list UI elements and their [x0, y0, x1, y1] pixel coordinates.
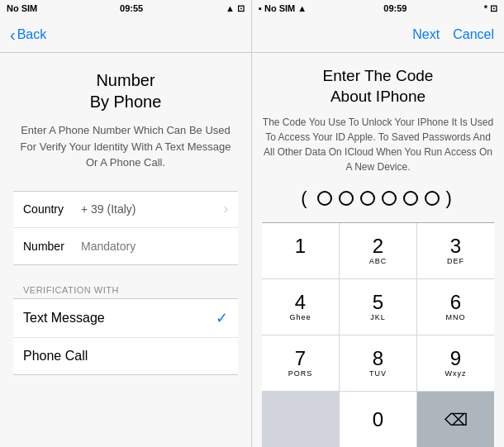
- left-title: Number⁠ By Phone⁠: [13, 69, 238, 112]
- numpad: 1 2 ABC 3 DEF 4 Ghee 5 JKL 6 MNO: [262, 222, 494, 447]
- left-time: 09:55: [120, 3, 143, 13]
- right-battery: * ⊡: [484, 3, 497, 14]
- right-status-bar: ▪ No SIM ▲ 09:59⁠ * ⊡: [252, 0, 504, 17]
- numpad-key-2[interactable]: 2 ABC: [340, 223, 416, 278]
- code-dot-1: [317, 191, 332, 206]
- numpad-key-1[interactable]: 1: [262, 223, 339, 278]
- left-status-bar: No SIM 09:55 ▲ ⊡: [0, 0, 251, 17]
- back-chevron-icon: ‹: [10, 26, 16, 43]
- phone-call-label: Phone Call: [23, 349, 228, 364]
- numpad-key-8[interactable]: 8 TUV: [340, 335, 416, 391]
- country-row[interactable]: Country⁠ + 39 (Italy⁠) ›: [13, 192, 238, 228]
- text-message-option[interactable]: Text Message ✓: [13, 299, 238, 338]
- code-paren-close: ): [446, 188, 455, 209]
- code-dots: ( ): [262, 188, 494, 209]
- numpad-key-9[interactable]: 9 Wxyz: [417, 335, 494, 391]
- form-section: Country⁠ + 39 (Italy⁠) › Number⁠: [13, 191, 238, 265]
- left-panel: No SIM 09:55 ▲ ⊡ ‹ Back Number⁠ By Phone…: [0, 0, 252, 447]
- code-dot-5: [403, 191, 418, 206]
- number-label: Number⁠: [23, 240, 81, 253]
- left-carrier: No SIM: [7, 3, 37, 13]
- left-nav-bar: ‹ Back: [0, 17, 251, 53]
- numpad-key-0[interactable]: 0: [340, 392, 416, 447]
- delete-icon: ⌫: [445, 410, 468, 430]
- number-input[interactable]: [81, 240, 228, 253]
- code-paren-open: (: [301, 188, 310, 209]
- back-button[interactable]: ‹ Back: [10, 26, 46, 43]
- right-carrier: ▪ No SIM ▲: [259, 3, 307, 13]
- numpad-key-6[interactable]: 6 MNO: [417, 279, 494, 335]
- right-panel: ▪ No SIM ▲ 09:59⁠ * ⊡ Next Cancel Enter …: [252, 0, 504, 447]
- right-title: Enter The Code⁠ About IPhone⁠: [262, 66, 494, 107]
- next-button[interactable]: Next: [412, 27, 440, 42]
- country-value: + 39 (Italy⁠): [81, 202, 224, 216]
- code-dot-3: [360, 191, 375, 206]
- verification-section: Text Message ✓ Phone Call: [13, 298, 238, 375]
- numpad-key-empty: [262, 392, 339, 447]
- number-row[interactable]: Number⁠: [13, 228, 238, 264]
- back-label: Back: [17, 27, 47, 42]
- verification-header: VERIFICATION WITH⁠: [13, 278, 238, 298]
- code-dot-4: [382, 191, 397, 206]
- cancel-button[interactable]: Cancel: [453, 27, 494, 42]
- numpad-key-7[interactable]: 7 PORS: [262, 335, 339, 391]
- right-time: 09:59⁠: [383, 3, 407, 13]
- left-content: Number⁠ By Phone⁠ Enter A Phone Number⁠ …: [0, 53, 251, 375]
- numpad-key-4[interactable]: 4 Ghee: [262, 279, 339, 335]
- left-signal: ▲ ⊡: [226, 3, 245, 14]
- text-message-label: Text Message: [23, 311, 216, 326]
- left-description: Enter A Phone Number⁠ Which Can Be Used …: [13, 122, 238, 171]
- code-dot-2: [339, 191, 354, 206]
- numpad-key-5[interactable]: 5 JKL: [340, 279, 416, 335]
- checkmark-icon: ✓: [216, 309, 228, 327]
- numpad-key-3[interactable]: 3 DEF: [417, 223, 494, 278]
- right-content: Enter The Code⁠ About IPhone⁠ The Code Y…: [252, 53, 504, 447]
- code-dot-6: [425, 191, 440, 206]
- right-nav-bar: Next Cancel: [252, 17, 504, 53]
- numpad-delete-key[interactable]: ⌫: [417, 392, 494, 447]
- country-label: Country⁠: [23, 202, 81, 216]
- chevron-right-icon: ›: [224, 202, 228, 216]
- right-description: The Code You Use To Unlock Your IPhone⁠ …: [262, 115, 494, 174]
- phone-call-option[interactable]: Phone Call: [13, 338, 238, 374]
